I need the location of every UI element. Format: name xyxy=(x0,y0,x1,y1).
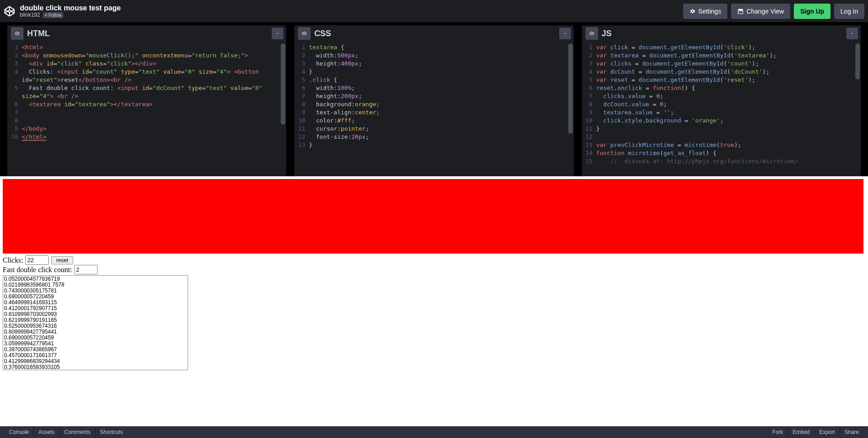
css-collapse-button[interactable] xyxy=(559,28,571,39)
html-editor-header: HTML xyxy=(7,25,286,42)
scrollbar-thumb[interactable] xyxy=(855,43,860,80)
footer-embed[interactable]: Embed xyxy=(788,426,814,438)
footer-share[interactable]: Share xyxy=(840,426,863,438)
settings-label: Settings xyxy=(698,8,722,15)
editors-row: HTML 1<html>2<body onmousedown="mouseCli… xyxy=(0,23,868,176)
html-code-area[interactable]: 1<html>2<body onmousedown="mouseClick();… xyxy=(7,42,286,176)
svg-rect-3 xyxy=(738,9,743,10)
svg-rect-4 xyxy=(738,11,743,14)
pen-title: double click mouse test page xyxy=(20,4,121,12)
js-editor-title: JS xyxy=(602,29,612,38)
author-name[interactable]: blink192 xyxy=(20,12,40,18)
js-editor: JS 1var click = document.getElementById(… xyxy=(582,25,861,176)
html-settings-button[interactable] xyxy=(11,27,24,40)
css-settings-button[interactable] xyxy=(298,27,311,40)
reset-button[interactable]: reset xyxy=(51,256,73,264)
css-code-area[interactable]: 1textarea {2 width:500px;3 height:400px;… xyxy=(294,42,573,176)
footer-assets[interactable]: Assets xyxy=(33,426,59,438)
js-code-area[interactable]: 1var click = document.getElementById('cl… xyxy=(582,42,861,176)
dc-label: Fast double click count: xyxy=(3,266,72,274)
preview-pane: Clicks: reset Fast double click count: xyxy=(0,176,868,426)
html-collapse-button[interactable] xyxy=(272,28,283,39)
dc-input[interactable] xyxy=(74,265,98,274)
js-settings-button[interactable] xyxy=(585,27,598,40)
js-collapse-button[interactable] xyxy=(846,28,858,39)
layout-icon xyxy=(737,8,744,14)
title-block: double click mouse test page blink192 + … xyxy=(20,4,121,18)
css-editor: CSS 1textarea {2 width:500px;3 height:40… xyxy=(294,25,573,176)
clicks-label: Clicks: xyxy=(3,256,23,264)
top-bar: double click mouse test page blink192 + … xyxy=(0,0,868,23)
footer-fork[interactable]: Fork xyxy=(768,426,788,438)
change-view-label: Change View xyxy=(746,8,784,15)
follow-button[interactable]: + Follow xyxy=(43,12,64,18)
js-editor-header: JS xyxy=(582,25,861,42)
gear-icon xyxy=(689,8,696,14)
signup-button[interactable]: Sign Up xyxy=(794,4,830,19)
css-editor-header: CSS xyxy=(294,25,573,42)
log-textarea[interactable] xyxy=(3,275,188,370)
footer-shortcuts[interactable]: Shortcuts xyxy=(95,426,127,438)
scrollbar-thumb[interactable] xyxy=(568,43,573,134)
footer-console[interactable]: Console xyxy=(5,426,33,438)
html-editor-title: HTML xyxy=(27,29,50,38)
html-editor: HTML 1<html>2<body onmousedown="mouseCli… xyxy=(7,25,286,176)
footer-comments[interactable]: Comments xyxy=(59,426,95,438)
footer-export[interactable]: Export xyxy=(814,426,840,438)
css-editor-title: CSS xyxy=(314,29,331,38)
scrollbar-thumb[interactable] xyxy=(281,43,285,125)
clicks-input[interactable] xyxy=(25,255,49,265)
footer-bar: ConsoleAssetsCommentsShortcuts ForkEmbed… xyxy=(0,426,868,438)
codepen-logo-icon[interactable] xyxy=(4,5,15,17)
click-target-area[interactable] xyxy=(3,179,863,254)
login-button[interactable]: Log In xyxy=(834,4,864,19)
change-view-button[interactable]: Change View xyxy=(731,4,790,19)
settings-button[interactable]: Settings xyxy=(683,4,728,19)
